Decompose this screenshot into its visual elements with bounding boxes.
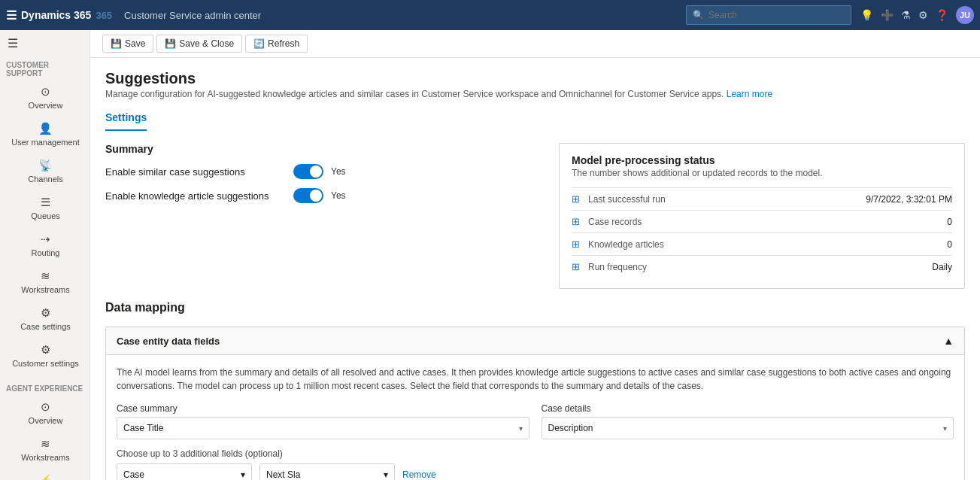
section-label-customer-support: Customer support [0,56,90,79]
optional-row-1: Case ▾ Next Sla ▾ Remove [117,463,954,480]
case-entity-panel: Case entity data fields ▲ The AI model l… [105,327,965,480]
overview-icon: ⊙ [41,85,50,99]
app-brand: ☰ Dynamics 365 365 [6,8,112,23]
optional-label: Choose up to 3 additional fields (option… [117,448,954,459]
refresh-button[interactable]: 🔄 Refresh [245,35,308,53]
toggle-row-1: Enable similar case suggestions Yes [105,164,547,179]
sidebar-item-case-settings[interactable]: ⚙ Case settings [0,300,90,337]
routing-icon: ⇢ [41,232,50,246]
content-grid: Summary Enable similar case suggestions … [105,143,965,289]
brand-name: Dynamics 365 [21,9,91,21]
case-summary-select[interactable]: Case Title ▾ [117,417,529,439]
case-entity-title: Case entity data fields [117,336,220,347]
user-management-icon: 👤 [38,122,53,135]
add-icon[interactable]: ➕ [881,9,894,21]
section-label-agent-experience: Agent experience [0,380,90,394]
workstreams-ae-icon: ≋ [41,437,50,451]
case-details-label: Case details [542,403,954,414]
page-header-title: Customer Service admin center [124,10,686,21]
question-icon[interactable]: ❓ [936,9,948,21]
toggle1-value: Yes [331,166,346,177]
sidebar-hamburger[interactable]: ☰ [0,30,90,56]
hamburger-icon[interactable]: ☰ [6,8,17,23]
page-description: Manage configuration for AI-suggested kn… [105,89,965,99]
search-input[interactable] [708,10,845,20]
sidebar-item-queues[interactable]: ☰ Queues [0,190,90,226]
toggle1-label: Enable similar case suggestions [105,166,286,178]
case-records-icon: ⊞ [572,216,588,227]
overview-ae-icon: ⊙ [41,400,50,414]
summary-panel: Summary Enable similar case suggestions … [105,143,547,289]
sidebar-item-workstreams-ae[interactable]: ≋ Workstreams [0,431,90,468]
learn-more-link[interactable]: Learn more [727,89,772,99]
toggle2-label: Enable knowledge article suggestions [105,190,286,202]
queues-icon: ☰ [41,196,50,209]
last-run-icon: ⊞ [572,193,588,205]
toolbar: 💾 Save 💾 Save & Close 🔄 Refresh [90,30,980,58]
data-mapping-heading: Data mapping [105,301,965,314]
save-close-icon: 💾 [165,38,176,49]
case-summary-arrow: ▾ [519,424,523,433]
sidebar: ☰ Customer support ⊙ Overview 👤 User man… [0,30,90,480]
save-icon: 💾 [111,38,122,49]
filter-icon[interactable]: ⚗ [901,9,911,21]
case-entity-collapse-icon[interactable]: ▲ [943,335,954,347]
case-details-arrow: ▾ [943,424,947,433]
run-frequency-icon: ⊞ [572,261,588,272]
search-box[interactable]: 🔍 [686,5,851,25]
sidebar-item-customer-settings[interactable]: ⚙ Customer settings [0,337,90,374]
toggle-row-2: Enable knowledge article suggestions Yes [105,188,547,203]
refresh-icon: 🔄 [253,38,265,49]
sidebar-item-overview-ae[interactable]: ⊙ Overview [0,394,90,431]
case-details-select[interactable]: Description ▾ [542,417,954,439]
top-nav: ☰ Dynamics 365 365 Customer Service admi… [0,0,980,30]
top-nav-icons: 💡 ➕ ⚗ ⚙ ❓ JU [860,6,974,24]
productivity-icon: ⚡ [38,474,53,480]
optional-field2-select[interactable]: Next Sla ▾ [259,463,395,480]
optional-field1-arrow: ▾ [241,469,245,480]
knowledge-articles-icon: ⊞ [572,238,588,250]
case-entity-body: The AI model learns from the summary and… [106,355,964,480]
sidebar-item-routing[interactable]: ⇢ Routing [0,226,90,263]
customer-settings-icon: ⚙ [41,343,50,357]
model-row-knowledge-articles: ⊞ Knowledge articles 0 [572,232,952,255]
sidebar-item-user-management[interactable]: 👤 User management [0,116,90,153]
model-status-title: Model pre-processing status [572,154,952,166]
main-content: Suggestions Manage configuration for AI-… [90,58,980,480]
save-close-button[interactable]: 💾 Save & Close [156,35,242,53]
help-icon[interactable]: 💡 [860,9,873,21]
case-summary-col: Case summary Case Title ▾ [117,403,529,439]
model-status-panel: Model pre-processing status The number s… [559,143,965,289]
workstreams-icon: ≋ [41,269,50,283]
save-button[interactable]: 💾 Save [102,35,153,53]
summary-heading: Summary [105,143,547,155]
settings-icon[interactable]: ⚙ [918,9,928,21]
channels-icon: 📡 [38,159,53,172]
app-body: ☰ Customer support ⊙ Overview 👤 User man… [0,30,980,480]
toggle2-value: Yes [331,190,346,201]
tab-settings[interactable]: Settings [105,108,147,131]
toggle-similar-cases[interactable] [293,164,323,179]
model-status-desc: The number shows additional or updated r… [572,168,952,178]
case-details-col: Case details Description ▾ [542,403,954,439]
sidebar-item-overview-cs[interactable]: ⊙ Overview [0,79,90,116]
model-row-last-run: ⊞ Last successful run 9/7/2022, 3:32:01 … [572,187,952,210]
case-entity-desc: The AI model learns from the summary and… [117,366,954,393]
case-entity-fields: Case summary Case Title ▾ Case details D… [117,403,954,439]
optional-field1-select[interactable]: Case ▾ [117,463,252,480]
model-row-case-records: ⊞ Case records 0 [572,210,952,232]
remove-field-button[interactable]: Remove [402,469,436,480]
page-title: Suggestions [105,70,965,87]
optional-field2-arrow: ▾ [384,469,388,480]
user-avatar[interactable]: JU [956,6,974,24]
case-entity-header[interactable]: Case entity data fields ▲ [106,327,964,355]
model-row-run-frequency: ⊞ Run frequency Daily [572,255,952,278]
sidebar-item-workstreams[interactable]: ≋ Workstreams [0,263,90,300]
sidebar-item-channels[interactable]: 📡 Channels [0,153,90,190]
toggle-knowledge-article[interactable] [293,188,323,203]
sidebar-item-productivity[interactable]: ⚡ Productivity [0,468,90,480]
case-settings-icon: ⚙ [41,306,50,320]
search-icon: 🔍 [693,10,704,20]
case-summary-label: Case summary [117,403,529,414]
